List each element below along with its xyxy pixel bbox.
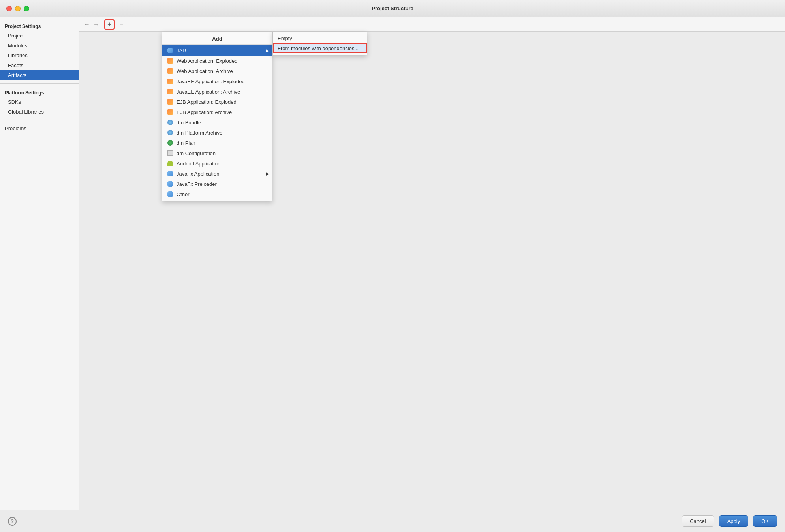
forward-arrow[interactable]: → (92, 20, 101, 29)
menu-item-web-archive-label: Web Application: Archive (177, 68, 233, 74)
menu-item-dm-bundle-label: dm Bundle (177, 120, 201, 126)
sidebar-item-project[interactable]: Project (0, 31, 79, 41)
menu-item-ejb-exploded-label: EJB Application: Exploded (177, 99, 237, 105)
javafx-preloader-icon (167, 181, 173, 187)
apply-button[interactable]: Apply (719, 515, 749, 527)
menu-item-other[interactable]: Other (162, 189, 272, 199)
menu-item-dm-platform-archive-label: dm Platform Archive (177, 130, 222, 136)
remove-button[interactable]: − (116, 19, 126, 30)
sidebar-item-sdks[interactable]: SDKs (0, 97, 79, 107)
menu-item-ejb-exploded[interactable]: EJB Application: Exploded (162, 97, 272, 107)
javafx-application-icon (167, 170, 173, 177)
back-arrow[interactable]: ← (82, 20, 92, 29)
bottom-bar: ? Cancel Apply OK (0, 510, 785, 532)
menu-item-android-label: Android Application (177, 161, 220, 167)
menu-item-web-exploded-label: Web Application: Exploded (177, 58, 237, 64)
menu-item-javafx-application-label: JavaFx Application (177, 171, 219, 177)
jar-icon (167, 47, 173, 54)
platform-settings-section: Platform Settings (0, 87, 79, 97)
title-bar: Project Structure (0, 0, 785, 17)
sidebar-divider (0, 83, 79, 84)
menu-item-ejb-archive[interactable]: EJB Application: Archive (162, 107, 272, 117)
content-area: ← → + − Add JAR ▶ (79, 17, 785, 510)
web-archive-icon (167, 68, 173, 74)
other-icon (167, 191, 173, 197)
android-icon (167, 160, 173, 167)
add-menu-header: Add (162, 34, 272, 45)
menu-item-javaee-exploded-label: JavaEE Application: Exploded (177, 79, 245, 84)
sidebar-item-libraries[interactable]: Libraries (0, 51, 79, 60)
window-title: Project Structure (372, 6, 413, 11)
toolbar-row: ← → + − (79, 17, 785, 32)
sidebar-item-problems[interactable]: Problems (0, 124, 79, 133)
jar-submenu: Empty From modules with dependencies... (272, 32, 367, 55)
submenu-from-modules-label: From modules with dependencies... (278, 45, 359, 51)
jar-submenu-arrow: ▶ (266, 48, 269, 53)
dm-platform-archive-icon (167, 129, 173, 136)
menu-item-javafx-preloader-label: JavaFx Preloader (177, 181, 217, 187)
menu-item-other-label: Other (177, 191, 190, 197)
menu-item-javafx-application[interactable]: JavaFx Application ▶ (162, 169, 272, 179)
maximize-button[interactable] (24, 6, 29, 11)
javaee-archive-icon (167, 88, 173, 95)
close-button[interactable] (6, 6, 12, 11)
menu-item-web-archive[interactable]: Web Application: Archive (162, 66, 272, 76)
add-dropdown: Add JAR ▶ Web Application: Exploded (162, 32, 272, 201)
javaee-exploded-icon (167, 78, 173, 84)
traffic-lights (6, 6, 29, 11)
dm-bundle-icon (167, 119, 173, 126)
dm-config-icon (167, 150, 173, 156)
ok-button[interactable]: OK (753, 515, 777, 527)
cancel-button[interactable]: Cancel (682, 515, 714, 527)
menu-item-dm-bundle[interactable]: dm Bundle (162, 117, 272, 127)
sidebar-item-global-libraries[interactable]: Global Libraries (0, 107, 79, 117)
help-button[interactable]: ? (8, 517, 17, 526)
main-layout: Project Settings Project Modules Librari… (0, 17, 785, 510)
sidebar-divider-2 (0, 120, 79, 120)
add-button[interactable]: + (104, 19, 115, 30)
menu-item-dm-plan[interactable]: dm Plan (162, 138, 272, 148)
menu-item-ejb-archive-label: EJB Application: Archive (177, 109, 232, 115)
ejb-archive-icon (167, 109, 173, 115)
sidebar-item-artifacts[interactable]: Artifacts (0, 70, 79, 80)
sidebar-item-modules[interactable]: Modules (0, 41, 79, 51)
submenu-item-from-modules[interactable]: From modules with dependencies... (273, 43, 367, 53)
dm-plan-icon (167, 140, 173, 146)
add-menu: Add JAR ▶ Web Application: Exploded (162, 32, 272, 201)
menu-item-dm-plan-label: dm Plan (177, 140, 195, 146)
menu-item-javafx-preloader[interactable]: JavaFx Preloader (162, 179, 272, 189)
menu-item-javaee-archive-label: JavaEE Application: Archive (177, 89, 240, 95)
menu-item-web-exploded[interactable]: Web Application: Exploded (162, 56, 272, 66)
menu-item-javaee-exploded[interactable]: JavaEE Application: Exploded (162, 76, 272, 86)
menu-item-jar-label: JAR (177, 48, 186, 54)
project-settings-section: Project Settings (0, 21, 79, 31)
submenu-item-empty[interactable]: Empty (273, 34, 367, 43)
menu-item-javaee-archive[interactable]: JavaEE Application: Archive (162, 86, 272, 97)
bottom-left: ? (8, 517, 17, 526)
menu-item-dm-platform-archive[interactable]: dm Platform Archive (162, 127, 272, 138)
submenu-empty-label: Empty (278, 36, 292, 41)
javafx-submenu-arrow: ▶ (266, 171, 269, 176)
ejb-exploded-icon (167, 99, 173, 105)
menu-item-android[interactable]: Android Application (162, 158, 272, 169)
minimize-button[interactable] (15, 6, 21, 11)
menu-item-jar[interactable]: JAR ▶ (162, 45, 272, 56)
sidebar-item-facets[interactable]: Facets (0, 60, 79, 70)
menu-item-dm-configuration-label: dm Configuration (177, 150, 216, 156)
menu-item-dm-configuration[interactable]: dm Configuration (162, 148, 272, 158)
sidebar: Project Settings Project Modules Librari… (0, 17, 79, 510)
web-exploded-icon (167, 58, 173, 64)
